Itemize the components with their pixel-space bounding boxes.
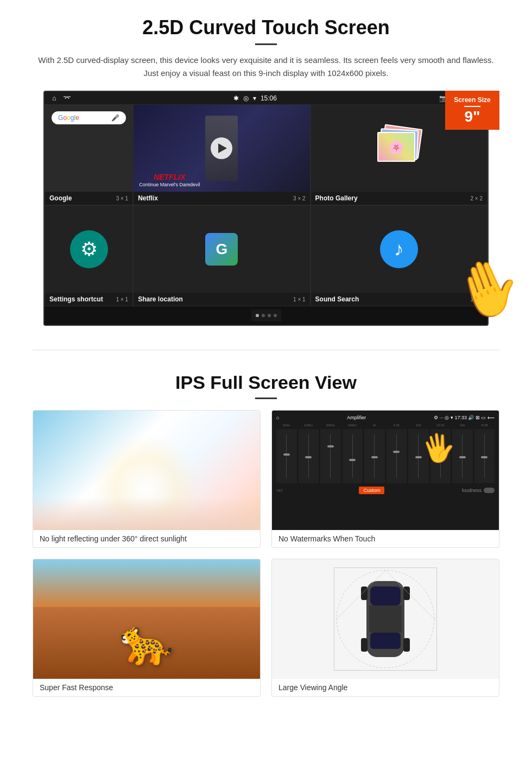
settings-icon-circle: ⚙ (70, 230, 108, 268)
bottom-bar (45, 306, 487, 325)
feature-amplifier-image: ⌂ Amplifier ⚙ ··· ◎ ▾ 17:33 🔊 ⊠ ▭ ⟵ 60hz… (272, 411, 499, 530)
amp-slider-3[interactable] (320, 429, 341, 483)
car-visual (272, 559, 499, 679)
amp-icons: ⚙ ··· ◎ ▾ 17:33 🔊 ⊠ ▭ ⟵ (434, 415, 495, 420)
feature-cheetah-image: 🐆 (33, 559, 260, 679)
hand-touch-icon: 🖐 (419, 430, 458, 466)
section-divider (33, 350, 499, 350)
amp-slider-4[interactable] (343, 429, 363, 483)
feature-cheetah-caption: Super Fast Response (33, 679, 260, 696)
gallery-card-3: 🌸 (377, 132, 415, 162)
feature-amplifier: ⌂ Amplifier ⚙ ··· ◎ ▾ 17:33 🔊 ⊠ ▭ ⟵ 60hz… (271, 410, 499, 548)
netflix-label-row: Netflix 3 × 2 (134, 192, 309, 205)
amp-slider-5[interactable] (364, 429, 385, 483)
bluetooth-icon: ✱ (233, 94, 239, 102)
netflix-logo-text: NETFLIX (139, 173, 200, 181)
amplifier-visual: ⌂ Amplifier ⚙ ··· ◎ ▾ 17:33 🔊 ⊠ ▭ ⟵ 60hz… (272, 411, 499, 530)
cheetah-visual: 🐆 (33, 559, 260, 679)
car-container (331, 565, 440, 673)
title-divider (255, 43, 277, 45)
wifi-icon: ▾ (253, 94, 256, 102)
feature-car-caption: Large Viewing Angle (272, 679, 499, 696)
feature-cheetah: 🐆 Super Fast Response (33, 559, 261, 697)
google-app-name: Google (49, 194, 72, 202)
viewing-angle-arc (331, 565, 440, 673)
badge-title: Screen Size (453, 96, 492, 104)
app-cell-sound-search[interactable]: ♪ Sound Search 1 × 1 (311, 205, 487, 306)
share-label-row: Share location 1 × 1 (134, 293, 309, 306)
play-triangle-icon (218, 143, 227, 153)
badge-divider (464, 106, 480, 107)
status-bar: ⌂ ⌤ ✱ ◎ ▾ 15:06 📷 🔊 ⊠ ▭ (45, 92, 487, 104)
amp-title: Amplifier (347, 415, 366, 420)
settings-label-row: Settings shortcut 1 × 1 (45, 293, 132, 306)
netflix-widget-content: NETFLIX Continue Marvel's Daredevil (134, 105, 309, 192)
amp-freq-labels: 60hz 100hz 200hz 500hz 1k 2.5k 10k 12.5k… (276, 424, 495, 427)
badge-size: 9" (453, 109, 492, 124)
status-center: ✱ ◎ ▾ 15:06 (233, 94, 277, 102)
amp-footer: ◁◁ Custom loudness (276, 487, 495, 494)
location-icon: ◎ (243, 94, 249, 102)
settings-app-size: 1 × 1 (116, 297, 129, 302)
features-grid: No light reflecting under 360° direct su… (33, 410, 499, 697)
amp-slider-10[interactable] (474, 429, 495, 483)
google-label-row: Google 3 × 1 (45, 192, 132, 205)
share-app-name: Share location (138, 295, 183, 303)
pagination-dots (251, 310, 281, 321)
feature-amplifier-caption: No Watermarks When Touch (272, 530, 499, 547)
dot-3 (268, 314, 271, 317)
sound-search-icon-circle: ♪ (380, 230, 418, 268)
feature-car: Large Viewing Angle (271, 559, 499, 697)
google-app-size: 3 × 1 (116, 195, 129, 201)
amp-back-btn[interactable]: ◁◁ (276, 488, 282, 493)
amp-slider-2[interactable] (299, 429, 319, 483)
section2-title: IPS Full Screen View (33, 372, 499, 393)
mic-icon[interactable]: 🎤 (111, 114, 119, 122)
app-cell-netflix[interactable]: NETFLIX Continue Marvel's Daredevil Netf… (133, 104, 310, 205)
amp-slider-1[interactable] (276, 429, 297, 483)
sunlight-visual (33, 411, 260, 530)
netflix-subtitle: Continue Marvel's Daredevil (139, 182, 200, 187)
device-screen: ⌂ ⌤ ✱ ◎ ▾ 15:06 📷 🔊 ⊠ ▭ (43, 91, 489, 326)
app-cell-google[interactable]: Google 🎤 Google 3 × 1 (45, 104, 133, 205)
amp-slider-6[interactable] (387, 429, 407, 483)
amp-custom-button[interactable]: Custom (359, 487, 384, 494)
settings-app-name: Settings shortcut (49, 295, 103, 303)
loudness-label: loudness (462, 488, 482, 493)
app-cell-settings[interactable]: ⚙ Settings shortcut 1 × 1 (45, 205, 133, 306)
netflix-app-size: 3 × 2 (293, 195, 306, 201)
screen-size-badge: Screen Size 9" (445, 91, 499, 130)
netflix-label: NETFLIX Continue Marvel's Daredevil (139, 173, 200, 187)
google-logo: Google (58, 114, 79, 122)
loudness-toggle[interactable] (484, 488, 495, 493)
gallery-app-size: 2 × 2 (470, 195, 483, 201)
amp-sliders: 10 0 -10 (276, 429, 495, 483)
google-search-bar[interactable]: Google 🎤 (52, 111, 126, 124)
svg-point-8 (337, 570, 434, 668)
music-note-icon: ♪ (394, 238, 404, 261)
feature-sunlight-caption: No light reflecting under 360° direct su… (33, 530, 260, 547)
sound-widget-content: ♪ (311, 206, 487, 293)
section2-divider (255, 398, 277, 399)
home-icon[interactable]: ⌂ (52, 94, 56, 102)
feature-car-image (272, 559, 499, 679)
cheetah-icon: 🐆 (119, 617, 174, 668)
section-ips-screen: IPS Full Screen View No light reflecting… (0, 361, 532, 713)
section1-description: With 2.5D curved-display screen, this de… (33, 54, 499, 80)
svg-line-9 (337, 570, 385, 619)
device-wrapper: Screen Size 9" ⌂ ⌤ ✱ ◎ ▾ 15:06 📷 (33, 91, 499, 326)
section1-title: 2.5D Curved Touch Screen (33, 16, 499, 39)
settings-widget-content: ⚙ (45, 206, 132, 293)
gear-icon: ⚙ (80, 238, 98, 261)
section-curved-screen: 2.5D Curved Touch Screen With 2.5D curve… (0, 0, 532, 339)
gallery-stack: 🌸 (377, 127, 421, 170)
amp-loudness-control: loudness (462, 488, 495, 493)
amp-home-icon: ⌂ (276, 415, 279, 420)
dot-1 (256, 314, 259, 317)
svg-line-10 (385, 570, 434, 619)
share-widget-content: G (134, 206, 309, 293)
sound-app-size: 1 × 1 (470, 297, 483, 302)
feature-sunlight: No light reflecting under 360° direct su… (33, 410, 261, 548)
status-left: ⌂ ⌤ (52, 94, 71, 102)
app-cell-share-location[interactable]: G Share location 1 × 1 (133, 205, 310, 306)
